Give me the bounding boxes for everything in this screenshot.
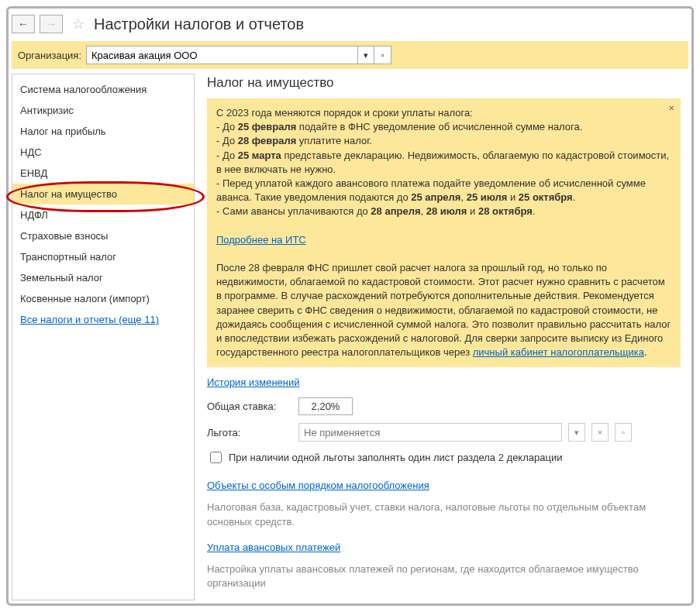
rate-label: Общая ставка: bbox=[207, 401, 292, 412]
info-text: - Сами авансы уплачиваются до bbox=[216, 205, 371, 217]
info-text: . bbox=[533, 205, 536, 217]
sidebar-item-active[interactable]: Налог на имущество bbox=[12, 184, 194, 205]
info-text: , bbox=[421, 205, 426, 217]
close-notice-button[interactable]: ✕ bbox=[668, 103, 674, 114]
sidebar-item[interactable]: НДФЛ bbox=[12, 205, 194, 225]
favorite-star-icon[interactable]: ☆ bbox=[72, 15, 84, 33]
main-title: Налог на имущество bbox=[207, 75, 681, 91]
info-text: , bbox=[460, 191, 466, 203]
info-text: и bbox=[467, 205, 478, 217]
info-notice: ✕ С 2023 года меняются порядок и сроки у… bbox=[207, 98, 681, 367]
info-text: уплатите налог. bbox=[296, 135, 372, 146]
org-label: Организация: bbox=[18, 50, 81, 61]
info-bold: 28 февраля bbox=[238, 135, 297, 146]
info-text: - До bbox=[216, 121, 238, 132]
its-link[interactable]: Подробнее на ИТС bbox=[216, 234, 306, 246]
sidebar-item[interactable]: НДС bbox=[12, 142, 194, 163]
info-bold: 25 октября bbox=[519, 191, 573, 203]
info-bold: 28 апреля bbox=[371, 205, 420, 217]
sidebar-item[interactable]: Земельный налог bbox=[12, 267, 194, 288]
sidebar-item[interactable]: Налог на прибыль bbox=[12, 121, 194, 142]
history-link[interactable]: История изменений bbox=[207, 376, 300, 388]
sidebar: Система налогообложения Антикризис Налог… bbox=[12, 74, 195, 600]
info-bold: 25 июля bbox=[467, 191, 508, 203]
benefit-open-button[interactable]: ▫ bbox=[615, 423, 632, 442]
section-desc: Настройка уплаты авансовых платежей по р… bbox=[207, 562, 681, 590]
sidebar-item[interactable]: Косвенные налоги (импорт) bbox=[12, 288, 194, 309]
sidebar-more-link[interactable]: Все налоги и отчеты (еще 11) bbox=[12, 309, 194, 330]
sidebar-item[interactable]: Транспортный налог bbox=[12, 246, 194, 267]
page-title: Настройки налогов и отчетов bbox=[94, 15, 304, 33]
checkbox-label: При наличии одной льготы заполнять один … bbox=[229, 452, 562, 463]
org-dropdown-button[interactable]: ▾ bbox=[357, 46, 374, 64]
info-text: . bbox=[644, 346, 647, 358]
info-bold: 28 июля bbox=[426, 205, 467, 217]
section-link-objects[interactable]: Объекты с особым порядком налогообложени… bbox=[207, 480, 429, 491]
nav-forward-button: → bbox=[40, 15, 63, 33]
benefit-dropdown-button[interactable]: ▾ bbox=[568, 423, 585, 442]
sidebar-item[interactable]: ЕНВД bbox=[12, 163, 194, 184]
benefit-input bbox=[298, 423, 562, 442]
single-sheet-checkbox[interactable] bbox=[210, 452, 222, 463]
info-text: . bbox=[573, 191, 576, 203]
section-desc: Налоговая база, кадастровый учет, ставки… bbox=[207, 500, 681, 528]
org-input[interactable] bbox=[86, 46, 357, 64]
cabinet-link[interactable]: личный кабинет налогоплательщика bbox=[473, 346, 644, 358]
rate-value[interactable]: 2,20% bbox=[298, 397, 353, 415]
nav-back-button[interactable]: ← bbox=[12, 15, 35, 33]
sidebar-item[interactable]: Антикризис bbox=[12, 100, 194, 121]
benefit-clear-button[interactable]: × bbox=[591, 423, 609, 442]
info-text: С 2023 года меняются порядок и сроки упл… bbox=[216, 107, 473, 119]
section-link-advance[interactable]: Уплата авансовых платежей bbox=[207, 542, 340, 553]
info-text: подайте в ФНС уведомление об исчисленной… bbox=[296, 121, 582, 132]
info-bold: 25 апреля bbox=[411, 191, 460, 203]
sidebar-item[interactable]: Система налогообложения bbox=[12, 79, 194, 100]
info-bold: 25 марта bbox=[238, 150, 281, 161]
info-text: представьте декларацию. Недвижимость, об… bbox=[216, 150, 669, 175]
info-bold: 28 октября bbox=[478, 205, 533, 217]
info-text: После 28 февраля ФНС пришлет свой расчет… bbox=[216, 262, 671, 358]
info-text: - До bbox=[216, 150, 238, 161]
info-text: и bbox=[507, 191, 519, 203]
info-text: - До bbox=[216, 135, 238, 146]
benefit-label: Льгота: bbox=[207, 427, 292, 438]
sidebar-item[interactable]: Страховые взносы bbox=[12, 225, 194, 246]
org-open-button[interactable]: ▫ bbox=[374, 46, 391, 64]
info-bold: 25 февраля bbox=[238, 121, 297, 132]
